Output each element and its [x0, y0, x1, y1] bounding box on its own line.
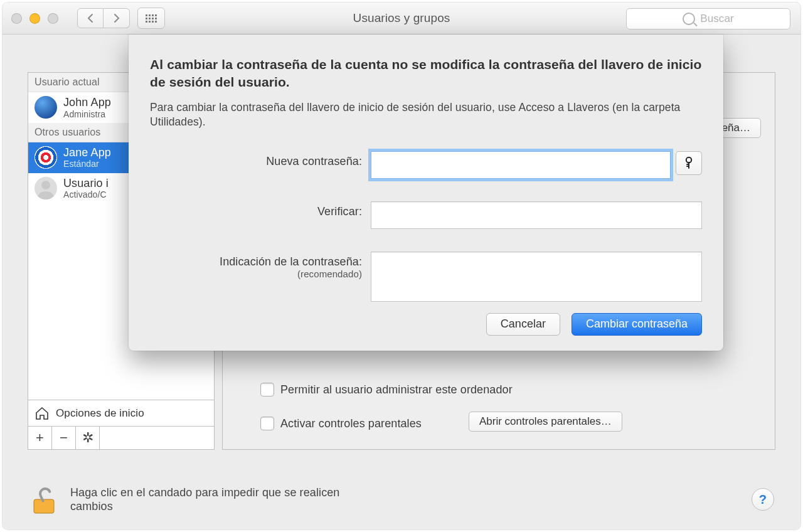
password-hint-input[interactable] — [371, 252, 702, 302]
new-password-label: Nueva contraseña: — [150, 151, 371, 168]
password-assistant-button[interactable] — [676, 151, 702, 175]
preferences-window: Usuarios y grupos Buscar Usuario actual … — [3, 3, 800, 529]
change-password-sheet: Al cambiar la contraseña de la cuenta no… — [129, 35, 723, 351]
hint-label: Indicación de la contraseña: (recomendad… — [150, 252, 371, 279]
sheet-heading: Al cambiar la contraseña de la cuenta no… — [150, 56, 702, 92]
sheet-backdrop: Al cambiar la contraseña de la cuenta no… — [3, 3, 800, 529]
sheet-description: Para cambiar la contraseña del llavero d… — [150, 100, 702, 130]
cancel-button[interactable]: Cancelar — [486, 313, 560, 336]
svg-point-2 — [686, 157, 691, 162]
confirm-change-password-button[interactable]: Cambiar contraseña — [572, 313, 702, 336]
key-icon — [683, 156, 694, 170]
sheet-actions: Cancelar Cambiar contraseña — [150, 313, 702, 336]
verify-password-input[interactable] — [371, 201, 702, 229]
hint-sublabel: (recomendado) — [150, 269, 362, 279]
verify-label: Verificar: — [150, 201, 371, 218]
new-password-input[interactable] — [371, 151, 671, 179]
